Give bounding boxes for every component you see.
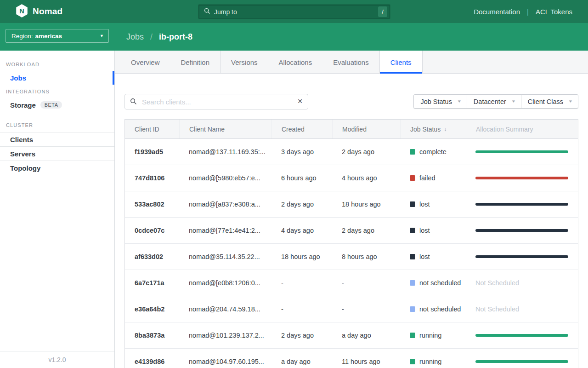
- region-selector[interactable]: Region: americas ▼: [6, 29, 109, 43]
- sidebar-section-heading: INTEGRATIONS: [6, 89, 109, 94]
- client-id-cell: 6a7c171a: [125, 279, 179, 287]
- column-label: Client Name: [189, 126, 225, 133]
- sidebar-item-servers[interactable]: Servers: [0, 146, 114, 161]
- table-row[interactable]: af633d02nomad@35.114.35.22...18 hours ag…: [125, 244, 578, 270]
- client-id-cell: 0cdce07c: [125, 227, 179, 234]
- table-row[interactable]: e4139d86nomad@104.97.60.195...a day ago1…: [125, 349, 578, 368]
- created-cell: -: [271, 279, 332, 287]
- allocation-bar: [475, 177, 568, 179]
- documentation-link[interactable]: Documentation: [474, 8, 520, 16]
- tab-clients[interactable]: Clients: [379, 51, 423, 74]
- sidebar-item-label: Servers: [10, 150, 35, 158]
- client-id-cell: e36a64b2: [125, 305, 179, 313]
- top-navbar: N Nomad / Documentation | ACL Tokens: [0, 0, 588, 23]
- tab-versions[interactable]: Versions: [220, 51, 268, 74]
- client-id-cell: e4139d86: [125, 358, 179, 365]
- created-cell: a day ago: [271, 358, 332, 365]
- sidebar-item-jobs[interactable]: Jobs: [0, 71, 114, 85]
- column-header-client-id[interactable]: Client ID: [125, 120, 179, 138]
- sort-desc-icon: ↓: [444, 126, 447, 132]
- modified-cell: a day ago: [332, 332, 400, 339]
- status-label: lost: [419, 253, 430, 260]
- client-id-cell: 8ba3873a: [125, 332, 179, 339]
- status-label: lost: [419, 227, 430, 234]
- sidebar-item-topology[interactable]: Topology: [0, 161, 114, 175]
- sidebar-nav: WORKLOADJobsINTEGRATIONSStorageBETACLUST…: [0, 62, 114, 175]
- filter-client-class[interactable]: Client Class▼: [521, 94, 578, 109]
- job-status-cell: not scheduled: [400, 305, 466, 313]
- status-color-icon: [410, 228, 415, 233]
- client-id-cell: f1939ad5: [125, 148, 179, 155]
- allocation-bar: [475, 334, 568, 337]
- modified-cell: 11 hours ago: [332, 358, 400, 365]
- table-row[interactable]: e36a64b2nomad@204.74.59.18...--not sched…: [125, 296, 578, 322]
- table-row[interactable]: 6a7c171anomad@[e0b8:1206:0...--not sched…: [125, 270, 578, 296]
- status-label: running: [419, 332, 441, 339]
- allocation-summary-cell: [466, 229, 578, 232]
- column-header-client-name[interactable]: Client Name: [179, 120, 271, 138]
- allocation-bar: [475, 150, 568, 153]
- job-status-cell: lost: [400, 227, 466, 234]
- search-clients-box: ✕: [124, 94, 308, 109]
- allocation-not-scheduled-label: Not Scheduled: [475, 279, 519, 287]
- slash-shortcut-key: /: [378, 6, 387, 17]
- client-name-cell: nomad@[e0b8:1206:0...: [179, 279, 271, 287]
- sidebar-item-label: Jobs: [10, 74, 26, 82]
- modified-cell: 18 hours ago: [332, 201, 400, 208]
- modified-cell: -: [332, 305, 400, 313]
- status-color-icon: [410, 306, 415, 312]
- region-value: americas: [35, 33, 62, 40]
- filter-group: Job Status▼Datacenter▼Client Class▼: [413, 94, 578, 109]
- tab-definition[interactable]: Definition: [170, 51, 220, 74]
- caret-down-icon: ▼: [568, 99, 573, 104]
- job-status-cell: lost: [400, 201, 466, 208]
- clear-search-icon[interactable]: ✕: [297, 98, 303, 105]
- table-row[interactable]: 0cdce07cnomad@[77e1:4e41:2...4 days ago2…: [125, 218, 578, 244]
- search-icon: [204, 8, 210, 16]
- table-row[interactable]: 747d8106nomad@[5980:eb57:e...6 hours ago…: [125, 165, 578, 191]
- table-row[interactable]: f1939ad5nomad@137.11.169.35:...3 days ag…: [125, 139, 578, 165]
- column-header-job-status[interactable]: Job Status↓: [400, 120, 466, 138]
- caret-down-icon: ▼: [511, 99, 516, 104]
- tab-overview[interactable]: Overview: [120, 51, 170, 74]
- table-row[interactable]: 533ac802nomad@[a837:e308:a...2 days ago1…: [125, 191, 578, 218]
- sidebar-item-label: Clients: [10, 136, 33, 144]
- column-label: Created: [282, 126, 305, 133]
- column-label: Client ID: [135, 126, 159, 133]
- filter-label: Client Class: [528, 98, 563, 105]
- client-name-cell: nomad@101.239.137.2...: [179, 332, 271, 339]
- client-name-cell: nomad@[5980:eb57:e...: [179, 174, 271, 182]
- allocation-bar: [475, 360, 568, 363]
- filter-label: Datacenter: [474, 98, 506, 105]
- column-header-created[interactable]: Created: [271, 120, 332, 138]
- job-status-cell: failed: [400, 174, 466, 182]
- table-row[interactable]: 8ba3873anomad@101.239.137.2...2 days ago…: [125, 322, 578, 349]
- filter-datacenter[interactable]: Datacenter▼: [467, 94, 521, 109]
- sidebar-item-storage[interactable]: StorageBETA: [0, 98, 114, 112]
- region-label: Region:: [11, 33, 33, 40]
- column-header-modified[interactable]: Modified: [332, 120, 400, 138]
- client-name-cell: nomad@137.11.169.35:...: [179, 148, 271, 155]
- client-name-cell: nomad@[77e1:4e41:2...: [179, 227, 271, 234]
- status-label: failed: [419, 174, 435, 182]
- client-id-cell: 747d8106: [125, 174, 179, 182]
- jump-to-search[interactable]: /: [198, 5, 390, 19]
- jump-to-input[interactable]: [214, 8, 378, 16]
- job-status-cell: complete: [400, 148, 466, 155]
- allocation-summary-cell: [466, 177, 578, 179]
- job-status-cell: not scheduled: [400, 279, 466, 287]
- breadcrumb-jobs-link[interactable]: Jobs: [126, 32, 144, 42]
- nomad-logo[interactable]: N Nomad: [16, 0, 62, 23]
- created-cell: 3 days ago: [271, 148, 332, 155]
- svg-text:N: N: [19, 7, 24, 15]
- allocation-bar: [475, 255, 568, 258]
- tab-evaluations[interactable]: Evaluations: [322, 51, 379, 74]
- allocation-bar: [475, 203, 568, 206]
- sub-navbar: Region: americas ▼ Jobs / ib-port-8: [0, 23, 588, 51]
- sidebar-item-label: Topology: [10, 164, 40, 172]
- tab-allocations[interactable]: Allocations: [268, 51, 323, 74]
- sidebar-item-clients[interactable]: Clients: [0, 132, 114, 146]
- acl-tokens-link[interactable]: ACL Tokens: [536, 8, 572, 16]
- search-clients-input[interactable]: [124, 94, 308, 109]
- filter-job-status[interactable]: Job Status▼: [413, 94, 467, 109]
